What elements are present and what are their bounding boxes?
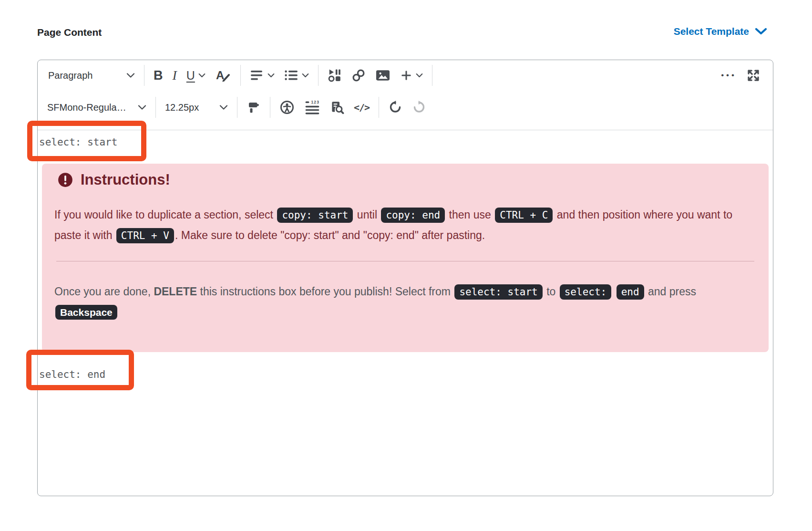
- chevron-down-icon: [267, 73, 275, 78]
- format-painter-button[interactable]: [242, 97, 266, 117]
- font-size-label: 12.25px: [165, 102, 199, 113]
- ellipsis-icon: •••: [721, 71, 737, 80]
- image-icon: [375, 69, 391, 82]
- annotation-highlight-select-end: [26, 350, 134, 390]
- text-segment: to: [544, 285, 559, 298]
- instructions-box: Instructions! If you would like to dupli…: [42, 164, 769, 352]
- toolbar-row-2: SFMono-Regula… 12.25px: [38, 91, 773, 124]
- align-dropdown[interactable]: [245, 66, 279, 84]
- text-segment: then use: [446, 208, 494, 221]
- underline-dropdown[interactable]: U: [182, 66, 210, 85]
- page: Page Content Select Template Paragraph B…: [0, 0, 812, 531]
- chevron-down-icon: [138, 104, 146, 110]
- chevron-down-icon: [219, 104, 228, 110]
- select-template-label: Select Template: [674, 26, 749, 37]
- chevron-down-icon: [755, 27, 767, 36]
- fullscreen-button[interactable]: [741, 65, 765, 85]
- code-chip: copy: start: [277, 208, 353, 223]
- italic-glyph: I: [173, 68, 177, 83]
- undo-button[interactable]: [383, 97, 407, 117]
- text-segment: this instructions box before you publish…: [197, 285, 453, 298]
- code-icon: </>: [354, 102, 370, 113]
- toolbar-separator: [155, 97, 156, 118]
- font-color-button[interactable]: A: [210, 65, 236, 86]
- alert-icon: [57, 172, 73, 188]
- redo-button[interactable]: [407, 97, 431, 117]
- text-segment: If you would like to duplicate a section…: [54, 208, 276, 221]
- text-segment: and press: [645, 285, 696, 298]
- text-segment: Once you are done,: [54, 285, 154, 298]
- italic-button[interactable]: I: [168, 65, 182, 86]
- preview-button[interactable]: [325, 97, 349, 117]
- text-segment: until: [354, 208, 380, 221]
- toolbar-separator: [379, 97, 379, 118]
- editor-toolbar: Paragraph B I U A: [38, 60, 773, 130]
- code-chip: end: [617, 284, 644, 300]
- code-chip: copy: end: [381, 208, 445, 223]
- instructions-title: Instructions!: [81, 171, 170, 188]
- paragraph-style-dropdown[interactable]: Paragraph: [45, 67, 140, 84]
- font-family-label: SFMono-Regula…: [47, 102, 126, 113]
- svg-text:A: A: [216, 69, 224, 82]
- instructions-paragraph-1: If you would like to duplicate a section…: [54, 205, 756, 246]
- select-template-link[interactable]: Select Template: [671, 25, 770, 38]
- bullet-list-icon: [284, 69, 298, 82]
- word-count-button[interactable]: 123: [299, 97, 325, 117]
- redo-icon: [412, 100, 426, 115]
- toolbar-separator: [432, 65, 432, 86]
- align-left-icon: [250, 69, 264, 82]
- toolbar-separator: [270, 97, 270, 118]
- text-segment: . Make sure to delete "copy: start" and …: [175, 229, 485, 241]
- bold-button[interactable]: B: [149, 65, 168, 86]
- link-icon: [351, 68, 366, 83]
- rich-text-editor: Paragraph B I U A: [37, 60, 773, 496]
- chevron-down-icon: [416, 73, 423, 78]
- insert-more-dropdown[interactable]: [395, 66, 428, 84]
- instructions-divider: [56, 261, 754, 261]
- more-actions-button[interactable]: •••: [716, 68, 741, 83]
- chevron-down-icon: [126, 73, 135, 78]
- insert-link-button[interactable]: [347, 65, 370, 85]
- expand-icon: [746, 68, 761, 83]
- insert-stuff-icon: [328, 68, 342, 83]
- annotation-highlight-select-start: [27, 121, 146, 161]
- source-code-button[interactable]: </>: [349, 99, 374, 116]
- font-family-dropdown[interactable]: SFMono-Regula…: [45, 99, 151, 116]
- bold-glyph: B: [154, 68, 163, 83]
- instructions-header: Instructions!: [57, 171, 756, 188]
- toolbar-separator: [237, 97, 237, 118]
- text-segment: [612, 285, 615, 298]
- toolbar-separator: [240, 65, 241, 86]
- instructions-paragraph-2: Once you are done, DELETE this instructi…: [54, 281, 756, 323]
- font-color-icon: A: [215, 68, 231, 83]
- plus-icon: [400, 69, 412, 82]
- paint-roller-icon: [247, 100, 261, 115]
- insert-stuff-button[interactable]: [323, 65, 347, 85]
- accessibility-icon: [279, 100, 295, 115]
- list-dropdown[interactable]: [279, 66, 314, 84]
- paragraph-style-label: Paragraph: [48, 70, 93, 81]
- text-segment: DELETE: [154, 285, 197, 298]
- chevron-down-icon: [198, 73, 206, 78]
- code-chip: select: start: [454, 284, 542, 300]
- underline-glyph: U: [186, 69, 195, 83]
- toolbar-separator: [144, 65, 144, 86]
- word-count-icon: 123: [304, 100, 320, 115]
- svg-text:123: 123: [311, 100, 319, 104]
- toolbar-separator: [318, 65, 319, 86]
- page-title: Page Content: [37, 27, 102, 38]
- code-chip: CTRL + C: [495, 208, 553, 223]
- insert-image-button[interactable]: [370, 66, 395, 85]
- code-chip: select:: [560, 284, 612, 300]
- undo-icon: [388, 100, 402, 115]
- font-size-dropdown[interactable]: 12.25px: [160, 99, 233, 116]
- accessibility-checker-button[interactable]: [275, 97, 299, 118]
- code-chip: Backspace: [55, 305, 117, 320]
- toolbar-row-1: Paragraph B I U A: [38, 60, 773, 91]
- chevron-down-icon: [302, 73, 309, 78]
- code-chip: CTRL + V: [116, 228, 174, 243]
- editor-content[interactable]: select: start Instructions! If you would…: [38, 130, 773, 496]
- preview-search-icon: [330, 100, 344, 115]
